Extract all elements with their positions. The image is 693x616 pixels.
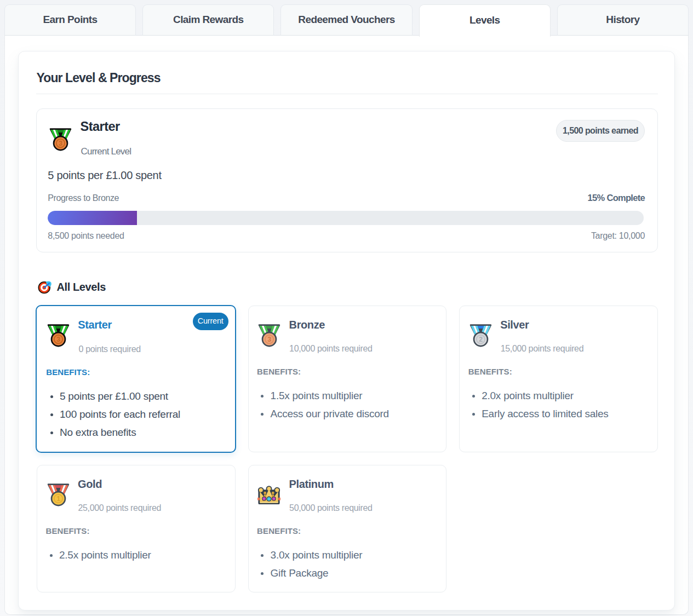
svg-text:3: 3: [267, 336, 271, 343]
svg-text:1: 1: [56, 495, 60, 503]
svg-text:3: 3: [56, 336, 60, 343]
svg-text:3: 3: [59, 140, 62, 147]
svg-text:2: 2: [479, 336, 483, 343]
